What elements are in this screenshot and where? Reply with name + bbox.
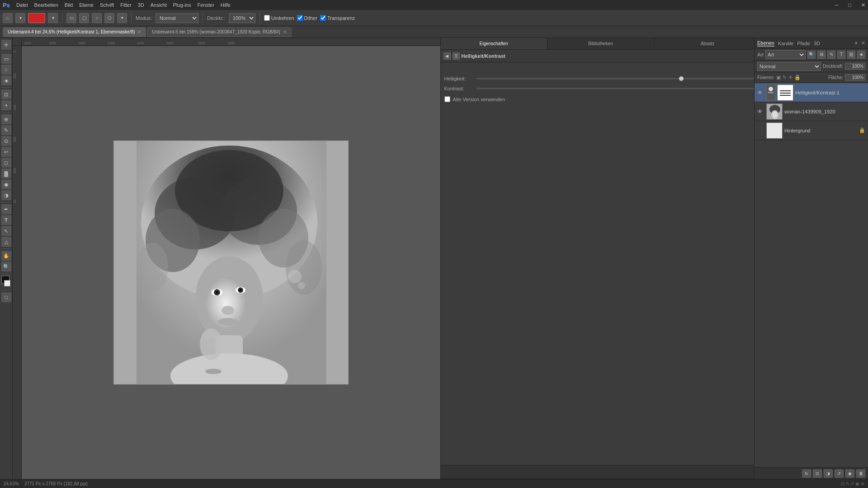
transparenz-checkbox-label[interactable]: Transparenz xyxy=(320,15,355,21)
lock-all-icon[interactable]: 🔒 xyxy=(794,75,801,80)
layers-tab-pfade[interactable]: Pfade xyxy=(797,41,810,46)
lock-transparent-icon[interactable]: ▣ xyxy=(776,75,781,80)
tool-ellipse-icon[interactable]: ○ xyxy=(92,13,102,23)
lasso-tool[interactable]: ○ xyxy=(1,65,11,75)
layer-fx-btn[interactable]: fx xyxy=(802,469,811,478)
pen-tool[interactable]: ✒ xyxy=(1,204,11,214)
art-star-icon[interactable]: ★ xyxy=(857,51,865,59)
flaeche-input[interactable] xyxy=(845,74,865,81)
home-icon[interactable]: ⌂ xyxy=(3,13,13,23)
gradient-tool[interactable]: ▓ xyxy=(1,169,11,178)
tool-polygon-icon[interactable]: ⬡ xyxy=(104,13,114,23)
tab-2-close[interactable]: ✕ xyxy=(283,29,287,34)
lock-move-icon[interactable]: ✛ xyxy=(788,75,793,80)
shape-tool[interactable]: △ xyxy=(1,237,11,247)
tab-eigenschaften[interactable]: Eigenschaften xyxy=(441,38,547,49)
deckkraft-label: Deckkraft: xyxy=(823,64,843,69)
dodge-tool[interactable]: ◑ xyxy=(1,190,11,200)
layers-tab-ebenen[interactable]: Ebenen xyxy=(757,40,774,47)
modus-select[interactable]: Normal Multiplizieren xyxy=(156,13,198,23)
layer-item-hintergrund[interactable]: Hintergrund 🔒 xyxy=(755,121,868,140)
dither-checkbox-label[interactable]: Dither xyxy=(297,15,317,21)
menu-logo[interactable]: Ps xyxy=(3,2,10,9)
brush-options-icon[interactable]: ▾ xyxy=(15,13,25,23)
menu-ebene[interactable]: Ebene xyxy=(79,2,94,8)
layers-panel-collapse[interactable]: ▾ xyxy=(855,40,858,46)
layer-group-btn[interactable]: ↺ xyxy=(835,469,844,478)
transparenz-checkbox[interactable] xyxy=(320,15,326,21)
heal-tool[interactable]: ⊕ xyxy=(1,114,11,124)
layers-tab-3d[interactable]: 3D xyxy=(814,41,820,46)
menu-datei[interactable]: Datei xyxy=(16,2,28,8)
umkehren-checkbox[interactable] xyxy=(264,15,270,21)
menu-hilfe[interactable]: Hilfe xyxy=(221,2,231,8)
props-back-btn[interactable]: ◀ xyxy=(443,52,451,60)
art-link-icon[interactable]: ⛓ xyxy=(847,51,855,59)
alte-version-checkbox[interactable] xyxy=(444,96,450,102)
deckkraft-select[interactable]: 100% xyxy=(229,13,255,23)
hand-tool[interactable]: ✋ xyxy=(1,251,11,261)
art-edit-icon[interactable]: ✎ xyxy=(827,51,835,59)
tab-1-close[interactable]: ✕ xyxy=(137,29,141,34)
zoom-tool[interactable]: 🔍 xyxy=(1,262,11,272)
menu-ansicht[interactable]: Ansicht xyxy=(151,2,167,8)
tab-absatz[interactable]: Absatz xyxy=(654,38,761,49)
text-tool[interactable]: T xyxy=(1,215,11,225)
window-minimize[interactable]: ─ xyxy=(835,2,839,8)
layer-trash-btn[interactable]: 🗑 xyxy=(856,469,865,478)
color-arrow-icon[interactable]: ▾ xyxy=(48,13,58,23)
props-icon-btn[interactable]: ☰ xyxy=(453,52,460,60)
path-selection-tool[interactable]: ↖ xyxy=(1,226,11,236)
layer-mask-btn[interactable]: ⊡ xyxy=(813,469,822,478)
blend-mode-select[interactable]: Normal xyxy=(757,62,821,71)
layers-tab-kanaele[interactable]: Kanäle xyxy=(778,41,793,46)
menu-bild[interactable]: Bild xyxy=(65,2,73,8)
color-fg-bg[interactable] xyxy=(1,276,11,288)
menu-plugins[interactable]: Plug-ins xyxy=(173,2,191,8)
menu-schrift[interactable]: Schrift xyxy=(100,2,114,8)
move-tool[interactable]: ✛ xyxy=(1,40,11,50)
deckkraft-input[interactable] xyxy=(845,63,865,70)
blur-tool[interactable]: ◉ xyxy=(1,179,11,189)
tab-bibliotheken[interactable]: Bibliotheken xyxy=(547,38,654,49)
window-maximize[interactable]: □ xyxy=(848,2,851,8)
menu-3d[interactable]: 3D xyxy=(138,2,144,8)
dither-checkbox[interactable] xyxy=(297,15,303,21)
tool-rect-icon[interactable]: ▭ xyxy=(66,13,76,23)
layers-panel-close[interactable]: ✕ xyxy=(861,40,865,46)
eyedrop-tool[interactable]: ⌖ xyxy=(1,100,11,110)
art-search-icon[interactable]: 🔍 xyxy=(807,51,816,59)
menu-filter[interactable]: Filter xyxy=(120,2,131,8)
eraser-tool[interactable]: ◻ xyxy=(1,158,11,168)
magic-wand-tool[interactable]: ◈ xyxy=(1,75,11,85)
art-select[interactable]: Art xyxy=(765,50,806,59)
brush-tool[interactable]: ✎ xyxy=(1,125,11,135)
window-close[interactable]: ✕ xyxy=(861,2,865,8)
menu-bearbeiten[interactable]: Bearbeiten xyxy=(34,2,58,8)
layer-vis-eye-2[interactable]: 👁 xyxy=(757,108,764,115)
canvas-area[interactable]: 1400 1600 1800 2000 2200 2400 2600 2800 … xyxy=(13,38,440,479)
quick-mask-tool[interactable]: □ xyxy=(1,292,11,302)
crop-tool[interactable]: ⊡ xyxy=(1,89,11,99)
rect-select-tool[interactable]: ▭ xyxy=(1,54,11,64)
color-swatch[interactable] xyxy=(28,13,45,23)
layer-adj-btn[interactable]: ◑ xyxy=(824,469,833,478)
history-brush-tool[interactable]: ↩ xyxy=(1,147,11,157)
tab-2[interactable]: Unbenannt-5 bei 158% (woman-2003647_1920… xyxy=(147,27,292,37)
art-text-icon[interactable]: T xyxy=(837,51,845,59)
canvas-viewport[interactable] xyxy=(22,46,440,479)
bg-color[interactable] xyxy=(4,280,10,286)
art-settings-icon[interactable]: ⚙ xyxy=(817,51,826,59)
tab-1[interactable]: Unbenannt-4 bei 24,6% (Helligkeit/Kontra… xyxy=(3,27,146,37)
layer-eye-btn[interactable]: ◉ xyxy=(845,469,854,478)
lock-paint-icon[interactable]: ✎ xyxy=(783,75,787,80)
layer-item-helligkeit[interactable]: 👁 Helligkeit/Kontrast 1 xyxy=(755,83,868,102)
umkehren-checkbox-label[interactable]: Umkehren xyxy=(264,15,294,21)
helligkeit-thumb[interactable] xyxy=(679,76,684,81)
tool-custom-icon[interactable]: ✦ xyxy=(117,13,127,23)
layer-item-woman[interactable]: 👁 woman-1439909_1920 xyxy=(755,102,868,121)
layer-vis-eye-1[interactable]: 👁 xyxy=(757,89,764,96)
menu-fenster[interactable]: Fenster xyxy=(198,2,214,8)
tool-rounded-icon[interactable]: ▢ xyxy=(79,13,89,23)
clone-tool[interactable]: ⊙ xyxy=(1,136,11,146)
